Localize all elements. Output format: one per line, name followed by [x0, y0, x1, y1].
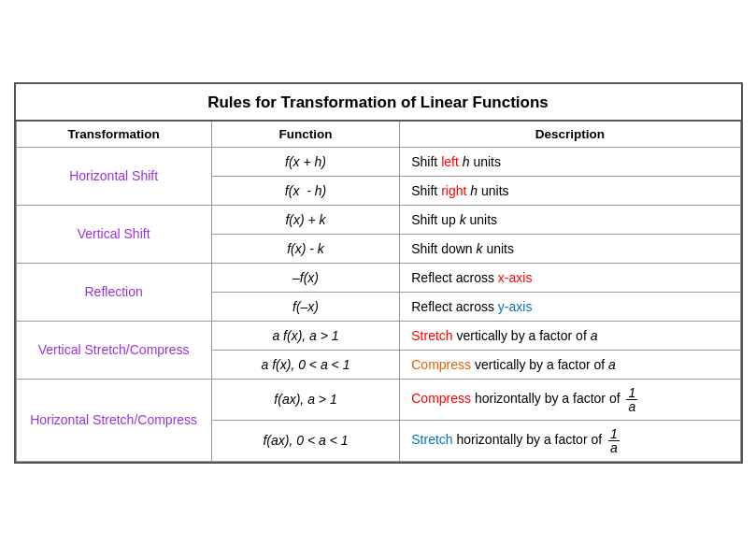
- description-cell: Compress horizontally by a factor of 1 a: [400, 379, 740, 420]
- header-function: Function: [211, 121, 400, 148]
- function-cell: f(–x): [211, 292, 400, 321]
- description-cell: Reflect across x-axis: [400, 263, 740, 292]
- keyword-right: right: [441, 183, 466, 198]
- function-cell: f(ax), 0 < a < 1: [211, 420, 400, 461]
- transform-reflection: Reflection: [16, 263, 211, 321]
- description-cell: Reflect across y-axis: [400, 292, 740, 321]
- fraction-denominator: a: [626, 400, 637, 413]
- description-cell: Stretch vertically by a factor of a: [400, 321, 740, 350]
- function-cell: f(x) - k: [211, 234, 400, 263]
- keyword-compress: Compress: [411, 357, 471, 372]
- function-cell: f(x - h): [211, 176, 400, 205]
- description-cell: Compress vertically by a factor of a: [400, 350, 740, 379]
- description-cell: Stretch horizontally by a factor of 1 a: [400, 420, 740, 461]
- fraction-denominator-2: a: [608, 441, 620, 454]
- table-title: Rules for Transformation of Linear Funct…: [16, 84, 740, 121]
- title-row: Rules for Transformation of Linear Funct…: [16, 84, 740, 121]
- table-row: Horizontal Stretch/Compress f(ax), a > 1…: [16, 379, 740, 420]
- keyword-left: left: [441, 154, 459, 169]
- description-cell: Shift left h units: [400, 147, 740, 176]
- keyword-stretch: Stretch: [411, 328, 452, 343]
- function-cell: f(ax), a > 1: [211, 379, 400, 420]
- description-cell: Shift down k units: [400, 234, 740, 263]
- keyword-xaxis: x-axis: [498, 270, 533, 285]
- table-row: Horizontal Shift f(x + h) Shift left h u…: [16, 147, 740, 176]
- function-cell: f(x) + k: [211, 205, 400, 234]
- function-cell: f(x + h): [211, 147, 400, 176]
- keyword-compress-h: Compress: [411, 391, 471, 406]
- transform-vertical-shift: Vertical Shift: [16, 205, 211, 263]
- function-cell: –f(x): [211, 263, 400, 292]
- fraction-1-a-2: 1 a: [608, 427, 620, 454]
- table-row: Vertical Shift f(x) + k Shift up k units: [16, 205, 740, 234]
- table-row: Vertical Stretch/Compress a f(x), a > 1 …: [16, 321, 740, 350]
- table-row: Reflection –f(x) Reflect across x-axis: [16, 263, 740, 292]
- keyword-stretch-h: Stretch: [411, 432, 452, 447]
- description-cell: Shift right h units: [400, 176, 740, 205]
- keyword-yaxis: y-axis: [498, 299, 533, 314]
- fraction-1-a: 1 a: [626, 386, 637, 413]
- fraction-numerator-2: 1: [608, 427, 620, 441]
- fraction-numerator: 1: [626, 386, 637, 400]
- main-table-container: Rules for Transformation of Linear Funct…: [14, 82, 743, 464]
- transform-horizontal-shift: Horizontal Shift: [16, 147, 211, 205]
- transform-horizontal-stretch: Horizontal Stretch/Compress: [16, 379, 211, 461]
- header-description: Description: [400, 121, 740, 148]
- header-transformation: Transformation: [16, 121, 211, 148]
- description-cell: Shift up k units: [400, 205, 740, 234]
- function-cell: a f(x), a > 1: [211, 321, 400, 350]
- transform-vertical-stretch: Vertical Stretch/Compress: [16, 321, 211, 379]
- function-cell: a f(x), 0 < a < 1: [211, 350, 400, 379]
- header-row: Transformation Function Description: [16, 121, 740, 148]
